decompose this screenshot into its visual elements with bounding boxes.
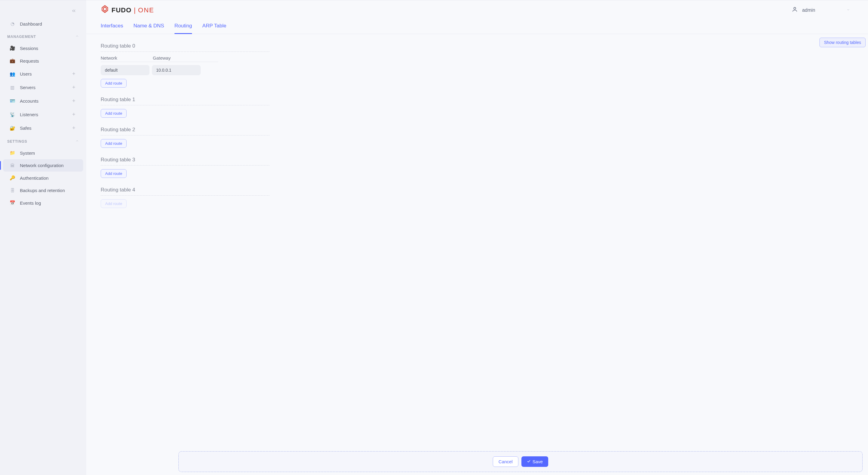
backups-icon: 🗄 [9,188,16,193]
add-route-button[interactable]: Add route [101,139,127,148]
route-column-headers: Network Gateway [101,52,218,62]
user-name: admin [802,7,815,13]
tab-name-dns[interactable]: Name & DNS [133,23,164,34]
routing-table-title: Routing table 1 [101,97,270,105]
sidebar-item-label: Sessions [20,46,79,51]
route-network-input[interactable] [101,65,150,75]
sidebar-item-label: Authentication [20,175,79,181]
topbar: FUDO | ONE admin [86,0,868,15]
logo: FUDO | ONE [101,5,154,15]
routing-table-title: Routing table 3 [101,157,270,166]
sidebar-item-label: Dashboard [20,21,79,27]
section-title: MANAGEMENT [7,35,36,39]
sidebar-collapse-row [0,3,86,18]
show-routing-tables-button[interactable]: Show routing tables [819,38,866,47]
main-panel: FUDO | ONE admin Interfaces Name & DNS R… [86,0,868,475]
sidebar-item-label: Events log [20,201,79,206]
chevron-down-icon [846,8,850,12]
sidebar-item-servers[interactable]: ▥ Servers + [0,81,86,94]
sidebar: ◔ Dashboard MANAGEMENT 🎥 Sessions 💼 Requ… [0,0,86,475]
sidebar-item-label: Backups and retention [20,188,79,193]
logo-separator: | [134,6,135,14]
add-route-button[interactable]: Add route [101,109,127,118]
tab-arp-table[interactable]: ARP Table [202,23,226,34]
chevron-up-icon [75,139,79,144]
svg-point-0 [794,7,796,9]
routing-table-0: Routing table 0 Network Gateway Add rout… [101,43,270,88]
sidebar-item-label: Accounts [20,98,72,104]
column-header-gateway: Gateway [153,56,203,61]
chevron-up-icon [75,34,79,39]
sidebar-item-label: Servers [20,85,72,90]
logo-subtext: ONE [138,6,154,14]
plus-icon[interactable]: + [72,98,79,104]
plus-icon[interactable]: + [72,111,79,118]
calendar-icon: 📅 [9,200,16,206]
sidebar-item-backups-retention[interactable]: 🗄 Backups and retention [0,184,86,197]
safes-icon: 🔐 [9,126,16,131]
sidebar-item-accounts[interactable]: 🪪 Accounts + [0,94,86,108]
section-title: SETTINGS [7,139,27,144]
sidebar-item-safes[interactable]: 🔐 Safes + [0,121,86,135]
network-icon: 🏛 [9,163,16,168]
add-route-button[interactable]: Add route [101,79,127,88]
sidebar-item-sessions[interactable]: 🎥 Sessions [0,42,86,55]
tab-interfaces[interactable]: Interfaces [101,23,123,34]
routing-table-title: Routing table 4 [101,187,270,196]
add-route-button[interactable]: Add route [101,199,127,208]
sidebar-item-label: System [20,150,79,156]
sidebar-item-network-configuration[interactable]: 🏛 Network configuration [3,159,83,172]
dashboard-icon: ◔ [9,21,16,27]
route-row [101,62,270,75]
add-route-button[interactable]: Add route [101,169,127,178]
user-menu[interactable]: admin [788,4,854,15]
routing-table-title: Routing table 2 [101,127,270,135]
sidebar-item-events-log[interactable]: 📅 Events log [0,197,86,209]
plus-icon[interactable]: + [72,71,79,77]
sidebar-item-label: Safes [20,126,72,131]
content-area: Show routing tables Routing table 0 Netw… [86,34,868,475]
logo-text: FUDO [112,6,131,14]
sidebar-item-label: Requests [20,58,79,64]
plus-icon[interactable]: + [72,125,79,131]
column-header-network: Network [101,56,150,61]
sidebar-item-label: Users [20,71,72,76]
check-icon [527,459,531,464]
user-icon [792,6,798,14]
key-icon: 🔑 [9,175,16,181]
save-label: Save [532,459,543,464]
users-icon: 👥 [9,71,16,77]
tab-routing[interactable]: Routing [175,23,192,34]
sidebar-item-dashboard[interactable]: ◔ Dashboard [0,18,86,30]
sidebar-item-system[interactable]: 📁 System [0,146,86,159]
routing-table-title: Routing table 0 [101,43,270,52]
servers-icon: ▥ [9,85,16,90]
sidebar-item-label: Network configuration [20,163,76,168]
route-gateway-input[interactable] [152,65,201,75]
routing-table-4: Routing table 4 Add route [101,187,270,208]
logo-mark-icon [101,5,109,15]
folder-icon: 📁 [9,150,16,156]
sidebar-item-listeners[interactable]: 📡 Listeners + [0,108,86,121]
sidebar-section-management[interactable]: MANAGEMENT [0,30,86,42]
routing-table-1: Routing table 1 Add route [101,97,270,118]
sidebar-item-requests[interactable]: 💼 Requests [0,55,86,67]
sidebar-item-authentication[interactable]: 🔑 Authentication [0,172,86,184]
sidebar-item-label: Listeners [20,112,72,117]
footer-actions: Cancel Save [179,451,863,472]
routing-table-2: Routing table 2 Add route [101,127,270,148]
listeners-icon: 📡 [9,112,16,117]
accounts-icon: 🪪 [9,98,16,104]
sidebar-section-settings[interactable]: SETTINGS [0,135,86,146]
sidebar-item-users[interactable]: 👥 Users + [0,67,86,81]
tabs: Interfaces Name & DNS Routing ARP Table [86,15,868,34]
requests-icon: 💼 [9,58,16,64]
sidebar-collapse-icon[interactable] [71,8,76,15]
sessions-icon: 🎥 [9,45,16,51]
routing-table-3: Routing table 3 Add route [101,157,270,178]
save-button[interactable]: Save [521,456,548,467]
cancel-button[interactable]: Cancel [493,456,518,467]
plus-icon[interactable]: + [72,84,79,91]
